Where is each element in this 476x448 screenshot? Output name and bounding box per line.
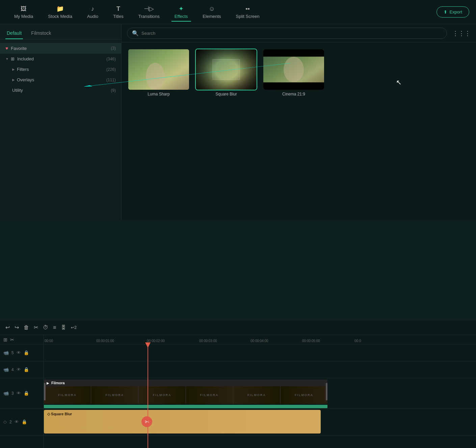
- track-2-lock-icon[interactable]: 🔒: [22, 419, 27, 424]
- filmora-green-bar: [44, 405, 327, 408]
- left-panel: Default Filmstock ♥ Favorite (3) ▼ ⊞ Inc…: [0, 24, 122, 220]
- track-4-eye-icon[interactable]: 👁: [17, 367, 21, 372]
- track-5-video-icon: 📹: [3, 350, 9, 355]
- tree-item-overlays[interactable]: ▶ Overlays (111): [0, 75, 121, 85]
- redo-button[interactable]: ↪: [15, 324, 19, 331]
- undo-button[interactable]: ↩: [5, 324, 10, 331]
- nav-item-split-screen[interactable]: ▪▪ Split Screen: [229, 3, 267, 22]
- track-2-eye-icon[interactable]: 👁: [15, 419, 19, 424]
- timeline-area: ↩ ↪ 🗑 ✂ ⏱ ≡ 🎛 ↩2 ⊞ ✂ 📹 5 👁 🔒 📹: [0, 320, 476, 448]
- nav-items: 🖼 My Media 📁 Stock Media ♪ Audio T Title…: [7, 2, 437, 22]
- track-5-lock-icon[interactable]: 🔒: [24, 350, 29, 355]
- export-button[interactable]: ⬆ Export: [437, 6, 469, 18]
- cinema-21-9-thumbnail: [263, 49, 324, 90]
- effect-card-luma-sharp[interactable]: Luma Sharp: [128, 49, 189, 96]
- filmora-clip[interactable]: ▶ Filmora FILMORA FILMORA FILMORA FILMOR…: [44, 380, 327, 404]
- tree-item-filters[interactable]: ▶ Filters (226): [0, 64, 121, 75]
- favorite-count: (3): [111, 46, 116, 51]
- nav-item-titles[interactable]: T Titles: [106, 3, 131, 22]
- grid-toggle-button[interactable]: ⋮⋮⋮: [452, 30, 471, 37]
- add-track-icon[interactable]: ⊞: [3, 337, 7, 342]
- effects-tree: ♥ Favorite (3) ▼ ⊞ Included (346) ▶ Filt…: [0, 39, 121, 220]
- track-3-number: 3: [11, 391, 14, 396]
- included-grid-icon: ⊞: [11, 56, 15, 61]
- tab-default[interactable]: Default: [5, 28, 23, 39]
- export-icon: ⬆: [444, 9, 447, 15]
- transitions-icon: ⊣▷: [144, 5, 154, 12]
- track-4-video-icon: 📹: [3, 367, 9, 372]
- ruler-mark-6: 00:0: [354, 339, 361, 343]
- track-header-5: 📹 5 👁 🔒: [0, 344, 44, 361]
- track-3-row: ▶ Filmora FILMORA FILMORA FILMORA FILMOR…: [44, 378, 476, 409]
- delete-button[interactable]: 🗑: [24, 325, 29, 331]
- cinema-21-9-label: Cinema 21:9: [282, 92, 305, 96]
- search-input-wrap[interactable]: 🔍: [127, 28, 447, 39]
- timeline-track-headers: ⊞ ✂ 📹 5 👁 🔒 📹 4 👁 🔒 📹 3 👁: [0, 335, 44, 448]
- filmora-play-icon: ▶: [47, 381, 49, 385]
- luma-sharp-preview: [128, 49, 189, 90]
- filters-chevron: ▶: [12, 67, 15, 71]
- track-3-video-icon: 📹: [3, 391, 9, 396]
- adjust-button[interactable]: ≡: [53, 325, 56, 331]
- audio-button[interactable]: 🎛: [61, 325, 66, 331]
- effect-card-cinema-21-9[interactable]: Cinema 21:9: [263, 49, 324, 96]
- timeline-main: ⊞ ✂ 📹 5 👁 🔒 📹 4 👁 🔒 📹 3 👁: [0, 335, 476, 448]
- search-bar: 🔍 ⋮⋮⋮: [122, 24, 476, 43]
- my-media-icon: 🖼: [21, 5, 27, 12]
- track-5-row: [44, 344, 476, 361]
- magnet-icon[interactable]: ✂: [10, 337, 14, 342]
- track-2-diamond-icon: ◇: [3, 419, 7, 424]
- tree-item-included[interactable]: ▼ ⊞ Included (346): [0, 54, 121, 64]
- track-4-row: [44, 361, 476, 378]
- track-4-number: 4: [11, 367, 14, 372]
- timeline-content: 00:00 00:00:01:00 00:00:02:00 00:00:03:0…: [44, 335, 476, 448]
- nav-item-elements[interactable]: ☺ Elements: [195, 3, 228, 22]
- clip-right-handle[interactable]: [326, 383, 327, 400]
- search-input[interactable]: [141, 31, 442, 36]
- scissors-icon-on-clip: ✂: [141, 416, 152, 427]
- nav-item-effects[interactable]: ✦ Effects: [167, 2, 195, 22]
- cut-button[interactable]: ✂: [34, 324, 38, 331]
- square-blur-preview: [196, 49, 257, 90]
- playhead[interactable]: [148, 344, 148, 448]
- tab-filmstock[interactable]: Filmstock: [30, 28, 52, 39]
- tree-item-utility[interactable]: Utility (9): [0, 85, 121, 95]
- frame-filmora-3: FILMORA: [138, 386, 186, 404]
- square-blur-label: Square Blur: [215, 92, 237, 96]
- svg-point-8: [284, 57, 304, 82]
- utility-label: Utility: [12, 88, 111, 93]
- frame-filmora-6: FILMORA: [281, 386, 327, 404]
- ruler-mark-2: 00:00:02:00: [147, 339, 165, 343]
- nav-item-transitions[interactable]: ⊣▷ Transitions: [131, 2, 167, 22]
- effect-card-square-blur[interactable]: Square Blur: [196, 49, 257, 96]
- nav-item-stock-media[interactable]: 📁 Stock Media: [41, 2, 80, 22]
- stock-media-icon: 📁: [56, 5, 64, 12]
- nav-item-my-media[interactable]: 🖼 My Media: [7, 3, 41, 22]
- track-3-eye-icon[interactable]: 👁: [17, 391, 21, 396]
- included-count: (346): [106, 57, 116, 61]
- square-blur-thumbnail: [196, 49, 257, 90]
- track-3-lock-icon[interactable]: 🔒: [24, 391, 29, 396]
- timer-button[interactable]: ⏱: [43, 325, 48, 331]
- titles-icon: T: [116, 5, 120, 12]
- top-navigation: 🖼 My Media 📁 Stock Media ♪ Audio T Title…: [0, 0, 476, 24]
- svg-rect-6: [263, 49, 324, 57]
- luma-sharp-thumbnail: [128, 49, 189, 90]
- ruler-mark-5: 00:00:05:00: [302, 339, 320, 343]
- nav-item-audio[interactable]: ♪ Audio: [80, 3, 106, 22]
- included-label: Included: [17, 56, 106, 61]
- svg-rect-3: [196, 49, 257, 90]
- nav-label-transitions: Transitions: [138, 14, 160, 19]
- square-blur-clip[interactable]: ◇ Square Blur ✂: [44, 410, 321, 433]
- timeline-ruler: 00:00 00:00:01:00 00:00:02:00 00:00:03:0…: [44, 335, 476, 344]
- track-4-lock-icon[interactable]: 🔒: [24, 367, 29, 372]
- filters-count: (226): [106, 67, 116, 72]
- track-5-eye-icon[interactable]: 👁: [17, 350, 21, 355]
- track-2-row: ◇ Square Blur ✂: [44, 409, 476, 436]
- nav-label-titles: Titles: [113, 14, 124, 19]
- tree-item-favorite[interactable]: ♥ Favorite (3): [0, 43, 121, 54]
- clip-left-handle[interactable]: [44, 383, 46, 400]
- speed-button[interactable]: ↩2: [71, 325, 77, 330]
- track-header-3: 📹 3 👁 🔒: [0, 378, 44, 409]
- effects-icon: ✦: [179, 5, 184, 12]
